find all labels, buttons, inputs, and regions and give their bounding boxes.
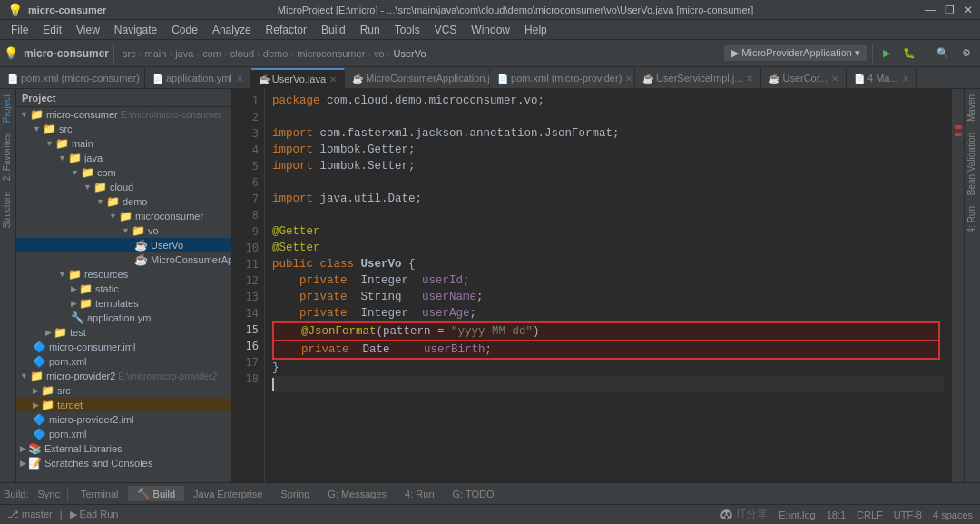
- menu-view[interactable]: View: [69, 22, 107, 38]
- tree-item-vo[interactable]: ▼ 📁 vo: [16, 223, 231, 238]
- tab-pom-consumer[interactable]: 📄 pom.xml (micro-consumer) ✕: [0, 68, 145, 88]
- tree-label: micro-provider2: [46, 371, 115, 381]
- tab-close[interactable]: ✕: [329, 74, 337, 84]
- expand-icon: ▼: [122, 226, 130, 235]
- tab-4ma[interactable]: 📄 4 Ma... ✕: [847, 68, 917, 88]
- bc-uservo[interactable]: UserVo: [394, 48, 426, 59]
- tree-item-scratches[interactable]: ▶ 📝 Scratches and Consoles: [16, 456, 231, 470]
- tree-label: application.yml: [87, 312, 153, 323]
- menu-build[interactable]: Build: [314, 22, 353, 38]
- tree-item-application-yml[interactable]: 🔧 application.yml: [16, 311, 231, 325]
- bc-cloud[interactable]: cloud: [230, 48, 254, 59]
- position-indicator[interactable]: 18:1: [827, 509, 846, 520]
- tree-item-src[interactable]: ▼ 📁 src: [16, 122, 231, 136]
- expand-icon: ▼: [33, 124, 41, 133]
- tree-item-cloud[interactable]: ▼ 📁 cloud: [16, 180, 231, 194]
- tree-item-provider-pom[interactable]: 🔷 pom.xml: [16, 427, 231, 441]
- tree-item-iml[interactable]: 🔷 micro-consumer.iml: [16, 340, 231, 354]
- tab-close[interactable]: ✕: [236, 74, 243, 84]
- tab-usercor[interactable]: ☕ UserCor... ✕: [761, 68, 847, 88]
- menu-help[interactable]: Help: [517, 22, 554, 38]
- minimize-btn[interactable]: —: [925, 4, 936, 16]
- close-btn[interactable]: ✕: [964, 4, 973, 16]
- run-config-dropdown[interactable]: ▶ MicroProviderApplication ▾: [724, 45, 867, 61]
- run-btn[interactable]: ▶: [877, 45, 896, 61]
- menu-file[interactable]: File: [4, 22, 35, 38]
- title-controls[interactable]: — ❐ ✕: [925, 4, 973, 16]
- tree-item-templates[interactable]: ▶ 📁 templates: [16, 296, 231, 311]
- tab-microconsumerapplication[interactable]: ☕ MicroConsumerApplication.java ✕: [345, 68, 490, 88]
- tree-item-main[interactable]: ▼ 📁 main: [16, 136, 231, 151]
- code-line-18: [272, 376, 944, 392]
- sidebar-tab-beanvalidation[interactable]: Bean Validation: [965, 127, 980, 201]
- charset-indicator[interactable]: UTF-8: [894, 509, 922, 520]
- bottom-tab-terminal[interactable]: Terminal: [72, 487, 128, 501]
- tree-item-uservo[interactable]: ☕ UserVo: [16, 238, 231, 252]
- tree-item-microprovider2[interactable]: ▼ 📁 micro-provider2 E:\micro\micro-provi…: [16, 369, 231, 383]
- tab-uservo[interactable]: ☕ UserVo.java ✕: [251, 68, 345, 88]
- log-path[interactable]: E:\nt.log: [779, 509, 815, 520]
- tab-application-yml[interactable]: 📄 application.yml ✕: [145, 68, 251, 88]
- tree-item-microconsumerapplication[interactable]: ☕ MicroConsumerAppli...: [16, 252, 231, 267]
- tree-item-provider-src[interactable]: ▶ 📁 src: [16, 383, 231, 398]
- debug-btn[interactable]: 🐛: [897, 45, 921, 61]
- code-editor-area[interactable]: 12345 678910 11121314 15 16 1718 package…: [232, 89, 964, 482]
- tree-item-external-libs[interactable]: ▶ 📚 External Libraries: [16, 441, 231, 456]
- menu-navigate[interactable]: Navigate: [107, 22, 164, 38]
- tab-pom-provider[interactable]: 📄 pom.xml (micro-provider) ✕: [490, 68, 635, 88]
- sidebar-tab-structure[interactable]: Structure: [0, 186, 15, 234]
- bc-java[interactable]: java: [175, 48, 193, 59]
- line-sep-indicator[interactable]: CRLF: [857, 509, 883, 520]
- menu-code[interactable]: Code: [164, 22, 205, 38]
- tab-close[interactable]: ✕: [831, 74, 838, 84]
- menu-vcs[interactable]: VCS: [427, 22, 465, 38]
- bc-demo[interactable]: demo: [263, 48, 289, 59]
- sidebar-tab-maven[interactable]: Maven: [965, 89, 980, 127]
- sidebar-tab-favorites[interactable]: 2: Favorites: [0, 128, 15, 186]
- tree-item-test[interactable]: ▶ 📁 test: [16, 325, 231, 340]
- indent-indicator[interactable]: 4 spaces: [933, 509, 973, 520]
- sidebar-tab-run[interactable]: 4: Run: [965, 201, 980, 238]
- settings-btn[interactable]: ⚙: [956, 45, 976, 61]
- tree-item-static[interactable]: ▶ 📁 static: [16, 282, 231, 296]
- tree-item-target[interactable]: ▶ 📁 target: [16, 398, 231, 412]
- menu-tools[interactable]: Tools: [387, 22, 427, 38]
- bottom-tab-messages[interactable]: G: Messages: [318, 487, 396, 501]
- status-left: ⎇ master | ▶ Ead Run: [7, 509, 118, 520]
- run-status[interactable]: ▶ Ead Run: [70, 509, 119, 520]
- tab-close[interactable]: ✕: [746, 74, 753, 84]
- code-content[interactable]: package com.cloud.demo.microconsumer.vo;…: [265, 89, 951, 482]
- tab-close[interactable]: ✕: [902, 74, 909, 84]
- bc-com[interactable]: com: [202, 48, 221, 59]
- bottom-tab-java-enterprise[interactable]: Java Enterprise: [184, 487, 271, 501]
- menu-edit[interactable]: Edit: [35, 22, 69, 38]
- sync-btn[interactable]: Sync: [34, 488, 64, 500]
- tab-userserviceimpl[interactable]: ☕ UserServiceImpl.j... ✕: [635, 68, 761, 88]
- tree-item-microconsumer-pkg[interactable]: ▼ 📁 microconsumer: [16, 209, 231, 223]
- bc-src[interactable]: src: [122, 48, 136, 59]
- menu-analyze[interactable]: Analyze: [205, 22, 259, 38]
- maximize-btn[interactable]: ❐: [945, 4, 955, 16]
- git-branch[interactable]: ⎇ master: [7, 509, 53, 520]
- tree-item-com[interactable]: ▼ 📁 com: [16, 165, 231, 180]
- bottom-tab-build[interactable]: 🔨 Build: [128, 486, 184, 501]
- tree-item-microconsumer[interactable]: ▼ 📁 micro-consumer E:\micro\micro-consum…: [16, 107, 231, 122]
- menu-window[interactable]: Window: [464, 22, 517, 38]
- menu-refactor[interactable]: Refactor: [259, 22, 314, 38]
- tree-item-java[interactable]: ▼ 📁 java: [16, 151, 231, 165]
- bottom-tab-run[interactable]: 4: Run: [396, 487, 443, 501]
- tree-item-demo[interactable]: ▼ 📁 demo: [16, 194, 231, 209]
- search-btn[interactable]: 🔍: [931, 45, 955, 61]
- menu-run[interactable]: Run: [353, 22, 387, 38]
- tree-item-pom[interactable]: 🔷 pom.xml: [16, 354, 231, 369]
- sidebar-tab-project[interactable]: Project: [0, 89, 15, 128]
- tree-item-resources[interactable]: ▼ 📁 resources: [16, 267, 231, 282]
- bottom-tab-spring[interactable]: Spring: [271, 487, 318, 501]
- bc-microconsumer[interactable]: microconsumer: [297, 48, 365, 59]
- bottom-tab-todo[interactable]: G: TODO: [444, 487, 504, 501]
- bc-main[interactable]: main: [145, 48, 167, 59]
- tab-close[interactable]: ✕: [625, 74, 632, 84]
- bc-vo[interactable]: vo: [374, 48, 385, 59]
- lf-indicator: |: [60, 509, 63, 520]
- tree-item-provider-iml[interactable]: 🔷 micro-provider2.iml: [16, 412, 231, 427]
